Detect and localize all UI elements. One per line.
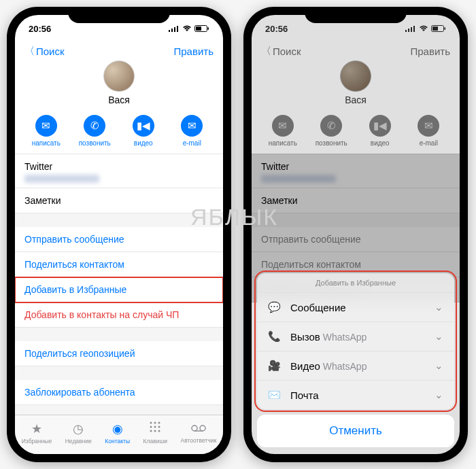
cancel-button[interactable]: Отменить bbox=[257, 415, 454, 447]
video-icon: ▮◀ bbox=[137, 120, 150, 132]
action-call-label: позвонить bbox=[79, 139, 111, 147]
phone-left: 20:56 〈 Поиск Править Вася bbox=[7, 7, 231, 462]
mail-icon: ✉ bbox=[188, 120, 197, 132]
svg-point-7 bbox=[150, 422, 152, 424]
svg-point-17 bbox=[200, 425, 205, 431]
notch bbox=[68, 7, 170, 23]
chevron-down-icon: ⌄ bbox=[435, 389, 443, 401]
twitter-value-blurred bbox=[24, 175, 99, 183]
action-call[interactable]: ✆ позвонить bbox=[74, 115, 115, 147]
nav-bar: 〈 Поиск Править bbox=[15, 42, 223, 58]
detail-list: Twitter Заметки Отправить сообщение Поде… bbox=[15, 154, 223, 415]
chevron-down-icon: ⌄ bbox=[435, 330, 443, 343]
sheet-row-video[interactable]: 🎥ВидеоWhatsApp ⌄ bbox=[257, 351, 454, 381]
voicemail-icon bbox=[191, 421, 206, 436]
cell-notes[interactable]: Заметки bbox=[15, 188, 223, 213]
star-icon: ★ bbox=[31, 421, 42, 436]
cell-block[interactable]: Заблокировать абонента bbox=[15, 380, 223, 405]
wifi-icon bbox=[182, 25, 192, 32]
home-indicator[interactable] bbox=[318, 456, 393, 459]
action-email-label: e-mail bbox=[183, 139, 201, 147]
svg-rect-1 bbox=[171, 29, 173, 32]
home-indicator[interactable] bbox=[82, 456, 156, 459]
tab-favorites-label: Избранные bbox=[22, 438, 52, 445]
avatar[interactable] bbox=[103, 60, 135, 92]
twitter-label: Twitter bbox=[24, 161, 214, 172]
cell-emergency[interactable]: Добавить в контакты на случай ЧП bbox=[15, 302, 223, 328]
sheet-call-label: Вызов bbox=[290, 331, 320, 343]
svg-point-11 bbox=[154, 426, 156, 428]
tab-contacts[interactable]: ◉ Контакты bbox=[105, 421, 130, 445]
cell-share-location[interactable]: Поделиться геопозицией bbox=[15, 341, 223, 366]
edit-button[interactable]: Править bbox=[174, 46, 214, 57]
action-sheet: Добавить в Избранные 💬Сообщение ⌄ 📞Вызов… bbox=[257, 273, 454, 409]
contact-header: Вася bbox=[15, 58, 223, 111]
gap bbox=[15, 328, 223, 341]
action-email[interactable]: ✉ e-mail bbox=[171, 115, 212, 147]
tab-bar: ★ Избранные ◷ Недавние ◉ Контакты Клавиш… bbox=[15, 415, 223, 454]
svg-point-13 bbox=[150, 430, 152, 432]
cell-send-message[interactable]: Отправить сообщение bbox=[15, 227, 223, 252]
tab-voicemail-label: Автоответчик bbox=[181, 437, 217, 444]
contact-name: Вася bbox=[108, 94, 130, 105]
action-video-label: видео bbox=[134, 139, 153, 147]
svg-point-10 bbox=[150, 426, 152, 428]
tab-keypad-label: Клавиши bbox=[143, 438, 167, 445]
status-time: 20:56 bbox=[29, 24, 51, 34]
sheet-message-label: Сообщение bbox=[290, 302, 346, 313]
action-message-label: написать bbox=[32, 139, 61, 147]
svg-rect-0 bbox=[169, 30, 170, 32]
video-icon: 🎥 bbox=[268, 360, 281, 372]
cell-share-contact[interactable]: Поделиться контактом bbox=[15, 252, 223, 277]
sheet-video-sub: WhatsApp bbox=[323, 361, 367, 372]
svg-point-15 bbox=[158, 430, 160, 432]
sheet-video-label: Видео bbox=[290, 360, 320, 372]
signal-icon bbox=[169, 25, 180, 32]
svg-point-14 bbox=[154, 430, 156, 432]
phone-icon: 📞 bbox=[268, 330, 281, 343]
quick-actions: ✉ написать ✆ позвонить ▮◀ видео ✉ e-mail bbox=[15, 111, 223, 154]
sheet-call-sub: WhatsApp bbox=[323, 332, 367, 343]
section-linked: Связанные контакты bbox=[15, 405, 223, 415]
svg-rect-2 bbox=[174, 27, 175, 32]
svg-point-9 bbox=[158, 422, 160, 424]
tab-voicemail[interactable]: Автоответчик bbox=[181, 421, 217, 444]
mail-icon: ✉️ bbox=[268, 389, 281, 401]
keypad-icon bbox=[149, 421, 161, 436]
tab-keypad[interactable]: Клавиши bbox=[143, 421, 167, 445]
svg-point-16 bbox=[192, 425, 197, 431]
sheet-row-mail[interactable]: ✉️Почта ⌄ bbox=[257, 381, 454, 409]
phone-right: 20:56 〈 Поиск Править Вася bbox=[243, 7, 468, 462]
back-label: Поиск bbox=[36, 46, 65, 57]
chevron-down-icon: ⌄ bbox=[435, 301, 443, 313]
tab-recents[interactable]: ◷ Недавние bbox=[65, 421, 92, 445]
svg-rect-5 bbox=[196, 27, 201, 31]
action-sheet-container: Добавить в Избранные 💬Сообщение ⌄ 📞Вызов… bbox=[252, 273, 460, 454]
action-message[interactable]: ✉ написать bbox=[26, 115, 67, 147]
cell-twitter[interactable]: Twitter bbox=[15, 154, 223, 188]
phone-icon: ✆ bbox=[90, 120, 99, 132]
svg-rect-3 bbox=[177, 26, 178, 32]
gap bbox=[15, 366, 223, 380]
tab-favorites[interactable]: ★ Избранные bbox=[22, 421, 52, 445]
back-button[interactable]: 〈 Поиск bbox=[24, 45, 65, 58]
chevron-left-icon: 〈 bbox=[24, 45, 35, 58]
action-video[interactable]: ▮◀ видео bbox=[123, 115, 164, 147]
svg-rect-6 bbox=[208, 27, 209, 30]
svg-point-12 bbox=[158, 426, 160, 428]
tab-contacts-label: Контакты bbox=[105, 438, 130, 445]
sheet-row-message[interactable]: 💬Сообщение ⌄ bbox=[257, 293, 454, 322]
cell-add-favorites[interactable]: Добавить в Избранные bbox=[15, 277, 223, 302]
chevron-down-icon: ⌄ bbox=[435, 360, 443, 372]
svg-point-8 bbox=[154, 422, 156, 424]
battery-icon bbox=[194, 25, 209, 33]
tab-recents-label: Недавние bbox=[65, 438, 92, 445]
message-icon: 💬 bbox=[268, 301, 281, 313]
clock-icon: ◷ bbox=[73, 421, 84, 436]
gap bbox=[15, 213, 223, 227]
message-icon: ✉ bbox=[41, 120, 50, 132]
sheet-title: Добавить в Избранные bbox=[257, 273, 454, 293]
contact-icon: ◉ bbox=[112, 421, 123, 436]
sheet-mail-label: Почта bbox=[290, 389, 319, 401]
sheet-row-call[interactable]: 📞ВызовWhatsApp ⌄ bbox=[257, 322, 454, 351]
